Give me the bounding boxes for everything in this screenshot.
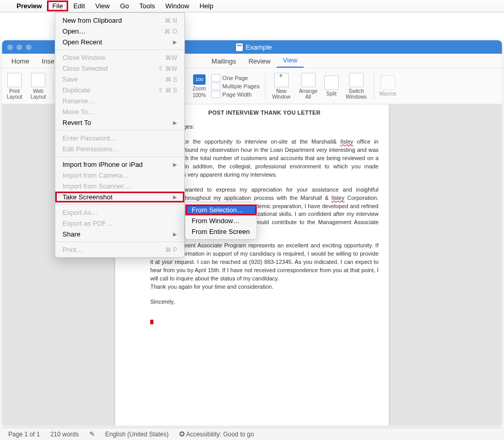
window-title: Example [246,43,272,51]
chevron-right-icon: ▶ [173,39,177,45]
menu-take-screenshot[interactable]: Take Screenshot▶ [55,192,184,202]
spelling-error[interactable]: Ilsley [340,138,353,145]
switch-windows-button[interactable]: Switch Windows [344,73,369,100]
menubar-edit[interactable]: Edit [68,1,90,11]
page-width-icon [211,91,220,98]
status-bar: Page 1 of 1 210 words ✎ English (United … [0,428,504,440]
submenu-from-selection[interactable]: From Selection… [185,205,257,215]
switch-windows-icon [349,73,364,87]
menubar-help[interactable]: Help [194,1,218,11]
menu-import-camera: Import from Camera… [55,170,184,181]
new-window-icon: + [274,73,289,87]
tab-home[interactable]: Home [5,55,36,68]
one-page-icon [211,74,220,82]
ribbon-separator [374,73,374,99]
status-words[interactable]: 210 words [50,431,78,438]
text-cursor-icon [150,320,153,324]
menu-share[interactable]: Share▶ [55,229,184,240]
menu-open-recent[interactable]: Open Recent▶ [55,37,184,48]
web-layout-icon [31,73,45,87]
page-view-stack: One Page Multiple Pages Page Width [211,74,260,99]
menu-import-scanner: Import from Scanner… [55,181,184,192]
menu-new-from-clipboard[interactable]: New from Clipboard⌘ N [55,15,184,26]
menu-separator [55,50,184,50]
menu-edit-permissions: Edit Permissions… [55,144,184,154]
menu-save: Save⌘ S [55,74,184,85]
maximize-icon[interactable] [26,44,32,50]
menu-close-window: Close Window⌘W [55,52,184,63]
minimize-icon[interactable] [17,44,22,50]
menu-enter-password: Enter Password… [55,133,184,144]
close-icon[interactable] [7,44,13,50]
menu-print: Print…⌘ P [55,244,184,255]
paragraph-4: Thank you again for your time and consid… [150,283,379,291]
menu-separator [55,130,184,131]
menubar-window[interactable]: Window [160,1,194,11]
menu-export-pdf: Export as PDF… [55,218,184,229]
ribbon-separator [265,73,265,99]
menu-open[interactable]: Open…⌘ O [55,26,184,37]
menu-revert-to[interactable]: Revert To▶ [55,117,184,128]
ribbon-separator [53,73,53,99]
spelling-error[interactable]: Ilsley [332,195,344,201]
chevron-right-icon: ▶ [173,162,177,167]
window-traffic-lights[interactable] [7,44,32,50]
page-width-button[interactable]: Page Width [211,90,260,99]
macros-button[interactable]: Macros [380,75,397,97]
menu-import-iphone[interactable]: Import from iPhone or iPad▶ [55,159,184,170]
arrange-all-icon [301,73,316,87]
macros-icon [381,75,395,90]
zoom-button[interactable]: 100 Zoom 100% [193,74,206,98]
split-button[interactable]: Split [324,75,339,97]
menubar-file[interactable]: File [47,1,68,11]
menu-separator [55,205,184,205]
menubar-app-name[interactable]: Preview [11,1,47,11]
accessibility-icon: ✪ [179,430,185,438]
tab-review[interactable]: Review [242,55,277,68]
menu-close-selected: Close Selected⇧ ⌘W [55,63,184,74]
menu-export-as: Export As… [55,207,184,218]
print-layout-button[interactable]: Print Layout [5,73,24,100]
macos-menubar: Preview File Edit View Go Tools Window H… [0,0,504,12]
tab-mailings[interactable]: Mailings [206,55,243,68]
multiple-pages-button[interactable]: Multiple Pages [211,82,260,90]
submenu-from-entire-screen[interactable]: From Entire Screen [185,226,257,237]
web-layout-button[interactable]: Web Layout [29,73,48,100]
tab-view[interactable]: View [277,54,304,68]
closing: Sincerely, [150,298,379,306]
menubar-view[interactable]: View [90,1,115,11]
chevron-right-icon: ▶ [173,231,177,237]
split-icon [324,75,339,90]
spellcheck-icon[interactable]: ✎ [89,430,95,438]
zoom-icon: 100 [193,74,206,85]
chevron-right-icon: ▶ [173,120,177,125]
status-accessibility[interactable]: ✪ Accessibility: Good to go [179,430,254,438]
menu-separator [55,242,184,242]
menubar-tools[interactable]: Tools [134,1,160,11]
new-window-button[interactable]: + New Window [271,73,292,100]
menu-rename: Rename… [55,96,184,106]
multiple-pages-icon [211,83,220,90]
submenu-from-window[interactable]: From Window… [185,215,257,226]
file-menu-dropdown: New from Clipboard⌘ N Open…⌘ O Open Rece… [55,12,185,258]
menu-separator [55,156,184,157]
menubar-go[interactable]: Go [115,1,134,11]
document-icon [236,43,243,51]
one-page-button[interactable]: One Page [211,74,260,82]
arrange-all-button[interactable]: Arrange All [297,73,319,100]
status-page[interactable]: Page 1 of 1 [8,431,40,438]
print-layout-icon [7,73,22,87]
chevron-right-icon: ▶ [173,194,177,200]
menu-move-to: Move To… [55,106,184,117]
menu-duplicate: Duplicate⇧ ⌘ S [55,85,184,96]
status-language[interactable]: English (United States) [105,431,169,438]
screenshot-submenu: From Selection… From Window… From Entire… [185,202,257,240]
